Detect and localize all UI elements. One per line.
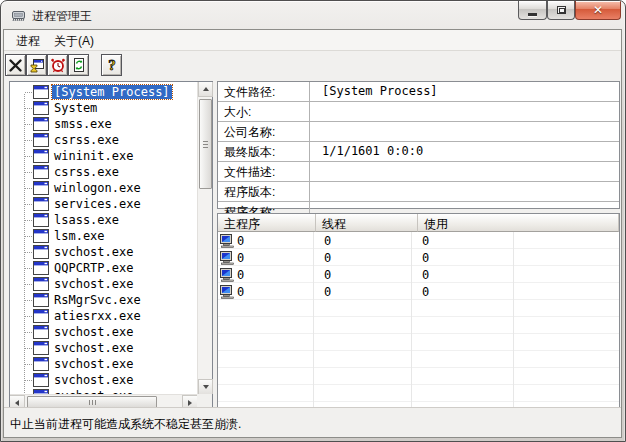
usage-cell: 0 <box>412 268 514 282</box>
close-button[interactable]: ✕ <box>575 1 621 20</box>
detail-label: 公司名称: <box>218 122 310 141</box>
process-name: services.exe <box>52 197 143 211</box>
toolbar: ? <box>4 52 621 80</box>
threads-cell: 0 <box>314 268 412 282</box>
column-header[interactable]: 线程 <box>316 214 418 232</box>
help-button[interactable]: ? <box>101 54 122 76</box>
svg-text:?: ? <box>108 57 116 73</box>
column-header[interactable] <box>612 214 619 232</box>
tree-item-process[interactable]: + wininit.exe <box>10 148 197 164</box>
table-header: 主程序 线程 使用 <box>218 214 619 232</box>
tree-item-process[interactable]: + QQPCRTP.exe <box>10 260 197 276</box>
tree-item-process[interactable]: + lsm.exe <box>10 228 197 244</box>
minimize-icon <box>528 13 537 16</box>
column-header[interactable]: 使用 <box>418 214 612 232</box>
arrow-up-icon <box>203 84 209 91</box>
detail-row: 大小: <box>218 102 619 122</box>
detail-value <box>310 102 619 121</box>
menu-item[interactable]: 关于(A) <box>47 30 101 50</box>
main-program-value: 0 <box>237 285 244 299</box>
arrow-right-icon <box>188 400 195 406</box>
close-icon: ✕ <box>593 4 603 16</box>
tree-item-process[interactable]: + System <box>10 100 197 116</box>
status-text: 中止当前进程可能造成系统不稳定甚至崩溃. <box>10 417 241 431</box>
tree-item-process[interactable]: + svchost.exe <box>10 244 197 260</box>
tree-item-process[interactable]: + smss.exe <box>10 116 197 132</box>
detail-row: 公司名称: <box>218 122 619 142</box>
tree-item-process[interactable]: + svchost.exe <box>10 340 197 356</box>
tree-item-process[interactable]: + [System Process] <box>10 84 197 100</box>
refresh-button[interactable] <box>68 54 89 76</box>
detail-row: 最终版本: 1/1/1601 0:0:0 <box>218 142 619 162</box>
process-name: System <box>52 101 99 115</box>
window-icon <box>33 117 49 131</box>
vertical-scroll-thumb[interactable] <box>199 99 212 189</box>
process-name: QQPCRTP.exe <box>52 261 135 275</box>
process-tree-panel: + [System Process] + <box>9 81 213 410</box>
tree-item-process[interactable]: + svchost.exe <box>10 372 197 388</box>
detail-label: 文件描述: <box>218 162 310 181</box>
window-icon <box>33 165 49 179</box>
window-icon <box>33 357 49 371</box>
refresh-doc-icon <box>71 57 87 73</box>
main-program-cell: 0 <box>218 251 314 265</box>
table-body: 0 0 0 <box>218 232 619 408</box>
process-name: lsm.exe <box>52 229 107 243</box>
tree-vertical-scrollbar[interactable] <box>197 82 212 394</box>
computer-icon <box>220 285 235 299</box>
app-window: 进程管理王 ✕ 进程 关于(A) <box>0 0 626 442</box>
restore-icon <box>557 6 566 14</box>
window-icon <box>33 197 49 211</box>
usage-cell: 0 <box>412 234 514 248</box>
chip-icon <box>10 8 27 23</box>
process-name: svchost.exe <box>52 245 135 259</box>
main-program-value: 0 <box>237 268 244 282</box>
timer-button[interactable] <box>47 54 68 76</box>
process-name: wininit.exe <box>52 149 135 163</box>
window-icon <box>33 229 49 243</box>
detail-label: 大小: <box>218 102 310 121</box>
threads-cell: 0 <box>314 251 412 265</box>
column-header[interactable]: 主程序 <box>218 214 316 232</box>
process-name: svchost.exe <box>52 325 135 339</box>
scroll-down-button[interactable] <box>198 379 213 394</box>
status-bar: 中止当前进程可能造成系统不稳定甚至崩溃. <box>4 407 621 437</box>
detail-value: 1/1/1601 0:0:0 <box>310 142 619 161</box>
client-area: 进程 关于(A) <box>3 29 622 438</box>
scroll-up-button[interactable] <box>198 82 213 97</box>
tree-item-process[interactable]: + atiesrxx.exe <box>10 308 197 324</box>
tree-item-process[interactable]: + services.exe <box>10 196 197 212</box>
tree-item-process[interactable]: + lsass.exe <box>10 212 197 228</box>
detail-value <box>310 162 619 181</box>
restore-button[interactable] <box>547 1 575 20</box>
detail-label: 文件路径: <box>218 82 310 101</box>
tree-item-process[interactable]: + csrss.exe <box>10 132 197 148</box>
window-hourglass-icon <box>29 57 45 73</box>
table-row[interactable]: 0 0 0 <box>218 232 619 249</box>
menu-item[interactable]: 进程 <box>9 30 47 50</box>
tree-item-process[interactable]: + svchost.exe <box>10 356 197 372</box>
suspend-window-button[interactable] <box>26 54 47 76</box>
usage-cell: 0 <box>412 251 514 265</box>
kill-process-button[interactable] <box>5 54 26 76</box>
threads-cell: 0 <box>314 285 412 299</box>
thumb-grip <box>92 400 93 405</box>
question-mark-icon: ? <box>104 57 120 73</box>
minimize-button[interactable] <box>518 1 547 20</box>
table-row[interactable]: 0 0 0 <box>218 283 619 300</box>
tree-item-process[interactable]: + winlogon.exe <box>10 180 197 196</box>
process-name: winlogon.exe <box>52 181 143 195</box>
table-row[interactable]: 0 0 0 <box>218 266 619 283</box>
window-icon <box>33 149 49 163</box>
process-name: svchost.exe <box>52 277 135 291</box>
detail-row: 程序版本: <box>218 182 619 202</box>
table-row[interactable]: 0 0 0 <box>218 249 619 266</box>
window-icon <box>33 277 49 291</box>
window-icon <box>33 85 49 99</box>
tree-item-process[interactable]: + RsMgrSvc.exe <box>10 292 197 308</box>
process-name: svchost.exe <box>52 341 135 355</box>
tree-item-process[interactable]: + svchost.exe <box>10 324 197 340</box>
title-bar[interactable]: 进程管理王 ✕ <box>1 1 625 29</box>
tree-item-process[interactable]: + svchost.exe <box>10 276 197 292</box>
tree-item-process[interactable]: + csrss.exe <box>10 164 197 180</box>
